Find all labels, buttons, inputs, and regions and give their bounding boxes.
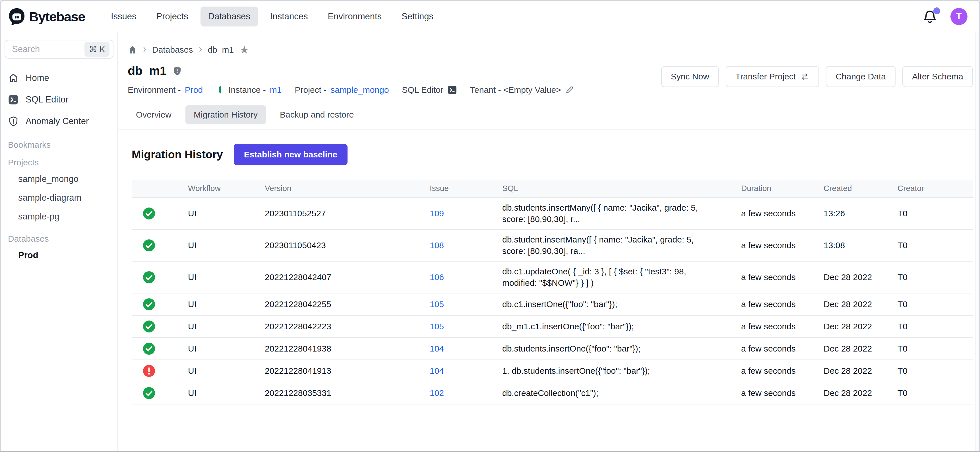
cell-version: 20221228042255	[265, 299, 430, 309]
tab-overview[interactable]: Overview	[128, 105, 180, 125]
table-row[interactable]: UI20221228042407106db.c1.updateOne( { _i…	[132, 261, 973, 293]
action-buttons: Sync Now Transfer Project Change Data Al…	[661, 66, 973, 87]
success-icon	[132, 298, 188, 311]
main-content: › Databases › db_m1 ★ db_m1 Envi	[118, 32, 980, 452]
tabs-divider	[118, 129, 980, 130]
alter-schema-button[interactable]: Alter Schema	[902, 66, 973, 87]
success-icon	[132, 320, 188, 333]
table-row[interactable]: UI20221228042255105db.c1.insertOne({"foo…	[132, 293, 973, 315]
brand-name: Bytebase	[29, 9, 85, 24]
sidebar: ⌘ K Home	[0, 32, 118, 452]
project-label: Project -	[295, 85, 327, 95]
sync-now-button[interactable]: Sync Now	[661, 66, 719, 87]
tab-backup-and-restore[interactable]: Backup and restore	[272, 105, 362, 125]
col-version: Version	[265, 184, 430, 193]
user-avatar[interactable]: T	[950, 8, 967, 25]
table-row[interactable]: UI2023011052527109db.students.insertMany…	[132, 197, 973, 229]
breadcrumb-databases[interactable]: Databases	[152, 45, 193, 55]
bookmark-star-icon[interactable]: ★	[239, 45, 249, 55]
nav-item-projects[interactable]: Projects	[149, 6, 196, 27]
nav-item-instances[interactable]: Instances	[262, 6, 316, 27]
table-row[interactable]: UI2023011050423108db.student.insertMany(…	[132, 229, 973, 261]
cell-creator: T0	[897, 344, 973, 353]
issue-link[interactable]: 105	[430, 322, 502, 331]
cell-sql: db.c1.insertOne({"foo": "bar"});	[502, 299, 741, 310]
cell-duration: a few seconds	[741, 241, 824, 250]
cell-workflow: UI	[188, 322, 265, 331]
nav-item-issues[interactable]: Issues	[103, 6, 144, 27]
search-shortcut-badge: ⌘ K	[84, 42, 110, 57]
transfer-project-button[interactable]: Transfer Project	[726, 66, 819, 87]
cell-workflow: UI	[188, 209, 265, 218]
issue-link[interactable]: 105	[430, 299, 502, 309]
cell-sql: db.students.insertOne({"foo": "bar"});	[502, 343, 741, 355]
cell-creator: T0	[897, 299, 973, 309]
table-row[interactable]: UI20221228042223105db_m1.c1.insertOne({"…	[132, 315, 973, 337]
project-link[interactable]: sample_mongo	[331, 85, 389, 95]
issue-link[interactable]: 104	[430, 366, 502, 376]
cell-version: 2023011050423	[265, 241, 430, 250]
table-row[interactable]: UI202212280419131041. db.students.insert…	[132, 359, 973, 382]
notification-bell-icon[interactable]	[922, 8, 938, 24]
sql-editor-label: SQL Editor	[402, 85, 443, 95]
sidebar-item-sql-editor[interactable]: SQL Editor	[5, 89, 113, 110]
issue-link[interactable]: 102	[430, 388, 502, 398]
cell-created: Dec 28 2022	[824, 388, 897, 398]
cell-created: 13:26	[824, 209, 897, 218]
chevron-right-icon: ›	[199, 44, 202, 56]
sidebar-item-sample-pg[interactable]: sample-pg	[5, 207, 113, 226]
cell-duration: a few seconds	[741, 388, 824, 398]
edit-pencil-icon[interactable]	[565, 85, 574, 94]
notification-badge	[933, 7, 940, 14]
environment-label: Environment -	[128, 85, 181, 95]
nav-item-settings[interactable]: Settings	[394, 6, 441, 27]
change-data-button[interactable]: Change Data	[826, 66, 896, 87]
nav-item-databases[interactable]: Databases	[200, 6, 258, 27]
sidebar-section-bookmarks: Bookmarks	[8, 140, 113, 150]
table-row[interactable]: UI20221228041938104db.students.insertOne…	[132, 337, 973, 359]
terminal-icon	[8, 94, 19, 105]
cell-workflow: UI	[188, 344, 265, 353]
bytebase-logo[interactable]: Bytebase	[8, 8, 85, 26]
establish-baseline-button[interactable]: Establish new baseline	[234, 144, 347, 165]
search-input[interactable]	[11, 44, 77, 55]
issue-link[interactable]: 106	[430, 272, 502, 282]
issue-link[interactable]: 108	[430, 241, 502, 250]
sidebar-item-anomaly-center[interactable]: Anomaly Center	[5, 110, 113, 132]
cell-creator: T0	[897, 209, 973, 218]
sql-editor-terminal-icon[interactable]	[447, 85, 457, 95]
scrollbar-track[interactable]	[975, 32, 980, 451]
mongodb-leaf-icon	[216, 85, 224, 95]
environment-link[interactable]: Prod	[185, 85, 203, 95]
home-icon[interactable]	[128, 45, 137, 55]
cell-creator: T0	[897, 272, 973, 282]
breadcrumb-db-m1[interactable]: db_m1	[208, 45, 234, 55]
cell-duration: a few seconds	[741, 209, 824, 218]
page-title: db_m1	[128, 64, 166, 78]
sidebar-item-sample-diagram[interactable]: sample-diagram	[5, 188, 113, 207]
cell-version: 2023011052527	[265, 209, 430, 218]
search-box[interactable]: ⌘ K	[5, 40, 113, 59]
sidebar-item-sample-mongo[interactable]: sample_mongo	[5, 169, 113, 188]
nav-item-environments[interactable]: Environments	[320, 6, 390, 27]
sidebar-item-prod[interactable]: Prod	[5, 246, 113, 265]
cell-sql: db.student.insertMany([ { name: "Jacika"…	[502, 234, 741, 257]
database-tabs: Overview Migration History Backup and re…	[128, 105, 973, 125]
issue-link[interactable]: 109	[430, 209, 502, 218]
success-icon	[132, 207, 188, 220]
table-row[interactable]: UI20221228035331102db.createCollection("…	[132, 382, 973, 404]
sidebar-item-home[interactable]: Home	[5, 67, 113, 89]
cell-duration: a few seconds	[741, 299, 824, 309]
table-body: UI2023011052527109db.students.insertMany…	[132, 197, 973, 404]
cell-workflow: UI	[188, 366, 265, 376]
instance-label: Instance -	[228, 85, 266, 95]
cell-workflow: UI	[188, 241, 265, 250]
tab-migration-history[interactable]: Migration History	[185, 105, 266, 125]
transfer-arrows-icon	[800, 72, 809, 81]
sidebar-item-label: Anomaly Center	[25, 116, 89, 126]
issue-link[interactable]: 104	[430, 344, 502, 353]
cell-duration: a few seconds	[741, 322, 824, 331]
bytebase-logo-icon	[8, 8, 25, 26]
cell-version: 20221228042407	[265, 272, 430, 282]
instance-link[interactable]: m1	[270, 85, 282, 95]
